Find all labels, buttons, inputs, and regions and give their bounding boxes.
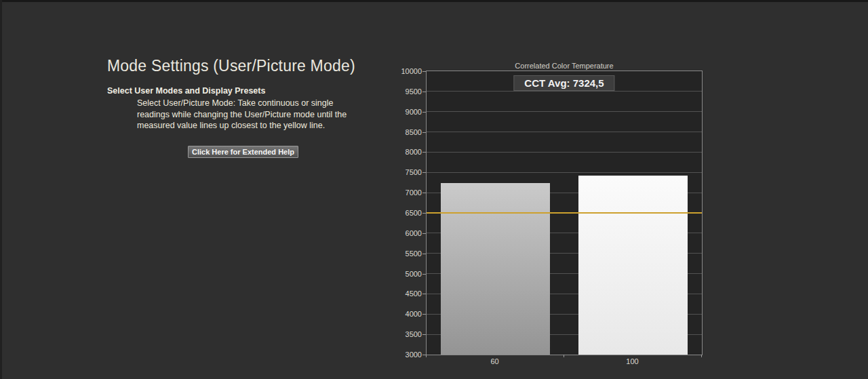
x-axis-tick — [701, 355, 702, 357]
bar — [441, 183, 550, 355]
section-heading: Select User Modes and Display Presets — [107, 86, 378, 96]
gridline — [427, 91, 702, 92]
y-axis-label: 9000 — [406, 108, 422, 116]
gridline — [427, 111, 702, 112]
y-axis-label: 4000 — [406, 310, 422, 318]
window-left-edge — [0, 0, 2, 379]
bar — [578, 176, 688, 355]
x-axis-label: 60 — [490, 357, 498, 365]
gridline — [427, 132, 702, 132]
yellow-target-line — [427, 212, 702, 214]
x-axis-tick — [564, 355, 564, 357]
gridline — [427, 152, 702, 153]
y-axis-label: 5000 — [406, 270, 422, 278]
chart-title: Correlated Color Temperature — [426, 62, 703, 70]
y-axis-label: 3000 — [406, 351, 422, 359]
y-axis-label: 3500 — [406, 330, 422, 338]
x-axis: 60100 — [426, 355, 703, 367]
instructions-text: Select User/Picture Mode: Take continuou… — [137, 98, 357, 132]
y-axis-label: 5500 — [406, 250, 422, 258]
y-axis-label: 9500 — [406, 87, 422, 96]
page-title: Mode Settings (User/Picture Mode) — [107, 57, 378, 75]
x-axis-tick — [426, 355, 427, 357]
y-axis-label: 6000 — [406, 229, 422, 237]
y-axis-label: 7500 — [406, 168, 422, 176]
y-axis-label: 10000 — [401, 67, 422, 75]
y-axis-label: 8500 — [406, 128, 422, 136]
plot-area: CCT Avg: 7324,5 — [426, 71, 703, 355]
y-axis-label: 4500 — [406, 290, 422, 298]
mode-settings-panel: Mode Settings (User/Picture Mode) Select… — [107, 57, 378, 132]
y-axis-label: 7000 — [406, 188, 422, 197]
cct-avg-badge: CCT Avg: 7324,5 — [513, 75, 614, 91]
gridline — [427, 172, 702, 173]
y-axis-label: 8000 — [406, 148, 422, 156]
y-axis: 3000350040004500500055006000650070007500… — [377, 71, 422, 355]
extended-help-button[interactable]: Click Here for Extended Help — [188, 146, 298, 158]
x-axis-label: 100 — [626, 357, 638, 365]
window-top-edge — [0, 0, 868, 2]
y-axis-label: 6500 — [406, 209, 422, 217]
